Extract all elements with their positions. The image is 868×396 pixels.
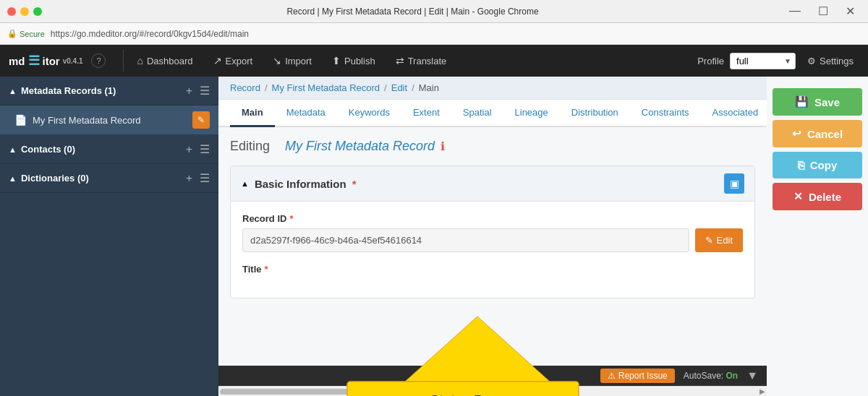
contacts-section[interactable]: ▲ Contacts (0) + ☰	[0, 135, 218, 164]
dictionaries-chevron-icon: ▲	[9, 174, 17, 183]
translate-icon: ⇄	[396, 55, 404, 66]
brand-logo: ☰	[28, 53, 40, 69]
warning-icon: ℹ	[441, 139, 445, 153]
sidebar-item-label: My First Metadata Record	[33, 115, 192, 126]
delete-icon: ✕	[793, 190, 803, 203]
copy-button[interactable]: ⎘ Copy	[773, 152, 862, 178]
minimize-button[interactable]	[20, 7, 29, 16]
tab-lineage[interactable]: Lineage	[503, 100, 560, 127]
page-heading-record: My First Metadata Record	[285, 139, 435, 154]
export-icon: ↗	[213, 55, 222, 66]
cancel-button[interactable]: ↩ Cancel	[773, 120, 862, 147]
close-window-btn[interactable]: ✕	[840, 3, 861, 20]
browser-controls	[7, 7, 42, 16]
nav-publish-label: Publish	[344, 56, 375, 66]
contacts-chevron-icon: ▲	[9, 145, 17, 154]
metadata-section-title: Metadata Records (1)	[21, 85, 186, 96]
minimize-window-btn[interactable]: —	[783, 3, 807, 20]
publish-icon: ⬆	[332, 55, 341, 66]
info-button[interactable]: ▣	[724, 173, 744, 194]
tab-keywords[interactable]: Keywords	[337, 100, 401, 127]
delete-button[interactable]: ✕ Delete	[773, 183, 862, 210]
tab-main[interactable]: Main	[230, 100, 275, 127]
basic-info-title: Basic Information	[255, 178, 346, 190]
nav-publish[interactable]: ⬆ Publish	[322, 45, 386, 77]
add-contact-button[interactable]: +	[186, 142, 192, 156]
brand-md: md	[9, 55, 25, 67]
edit-btn-label: Edit	[717, 235, 733, 246]
tab-bar: Main Metadata Keywords Extent Spatial Li…	[218, 100, 767, 127]
list-dictionaries-button[interactable]: ☰	[200, 171, 210, 185]
report-label: Report Issue	[618, 371, 668, 381]
list-metadata-button[interactable]: ☰	[200, 84, 210, 98]
report-issue-button[interactable]: ⚠ Report Issue	[600, 369, 675, 383]
tab-associated[interactable]: Associated	[701, 100, 767, 127]
cancel-icon: ↩	[792, 127, 801, 140]
restore-window-btn[interactable]: ☐	[812, 3, 834, 20]
tab-distribution[interactable]: Distribution	[560, 100, 630, 127]
url-text[interactable]: https://go.mdeditor.org/#/record/0kgv15d…	[51, 29, 249, 39]
form-area: Editing My First Metadata Record ℹ ▲ Bas…	[218, 127, 767, 366]
secure-badge: 🔒 Secure	[7, 29, 45, 38]
basic-info-section: ▲ Basic Information * ▣ Record ID*	[230, 165, 755, 298]
tab-constraints[interactable]: Constraints	[630, 100, 701, 127]
contacts-section-title: Contacts (0)	[21, 144, 186, 155]
dictionaries-section[interactable]: ▲ Dictionaries (0) + ☰	[0, 164, 218, 193]
copy-icon: ⎘	[798, 159, 804, 171]
save-button[interactable]: 💾 Save	[773, 88, 862, 116]
breadcrumb-record[interactable]: Record	[230, 82, 260, 93]
close-button[interactable]	[7, 7, 16, 16]
dictionaries-section-actions: + ☰	[186, 171, 210, 185]
breadcrumb-edit[interactable]: Edit	[391, 82, 407, 93]
profile-section: Profile full basic advanced ⚙ Settings	[697, 53, 859, 69]
sidebar: ▲ Metadata Records (1) + ☰ 📄 My First Me…	[0, 77, 218, 396]
page-heading-prefix: Editing	[230, 139, 270, 154]
page-heading: Editing My First Metadata Record ℹ	[230, 139, 755, 154]
metadata-section-actions: + ☰	[186, 84, 210, 98]
nav-divider	[123, 50, 124, 72]
add-metadata-button[interactable]: +	[186, 84, 192, 98]
right-panel: Record / My First Metadata Record / Edit…	[218, 77, 868, 396]
delete-label: Delete	[809, 191, 841, 203]
profile-select-wrapper: full basic advanced	[730, 53, 796, 69]
dashboard-icon: ⌂	[137, 55, 142, 66]
nav-translate-label: Translate	[408, 56, 447, 66]
title-label: Title*	[242, 264, 743, 275]
settings-button[interactable]: ⚙ Settings	[801, 56, 859, 66]
status-bar: ⚠ Report Issue AutoSave: On ▼	[218, 366, 767, 386]
section-header: ▲ Basic Information * ▣	[231, 166, 754, 202]
address-bar: 🔒 Secure https://go.mdeditor.org/#/recor…	[0, 23, 868, 45]
breadcrumb-record-name[interactable]: My First Metadata Record	[272, 82, 380, 93]
profile-label: Profile	[697, 56, 724, 66]
maximize-button[interactable]	[33, 7, 42, 16]
brand: md ☰ itor v0.4.1	[9, 53, 82, 69]
nav-export-label: Export	[226, 56, 253, 66]
field-required-star: *	[289, 213, 293, 224]
dictionaries-section-title: Dictionaries (0)	[21, 173, 186, 184]
record-file-icon: 📄	[14, 114, 27, 126]
edit-record-id-button[interactable]: ✎ Edit	[695, 228, 743, 252]
list-contacts-button[interactable]: ☰	[200, 142, 210, 156]
nav-export[interactable]: ↗ Export	[203, 45, 263, 77]
nav-import[interactable]: ↘ Import	[263, 45, 322, 77]
metadata-records-section[interactable]: ▲ Metadata Records (1) + ☰	[0, 77, 218, 106]
tab-spatial[interactable]: Spatial	[451, 100, 503, 127]
brand-itor: itor	[43, 55, 60, 67]
help-button[interactable]: ?	[91, 53, 106, 68]
scroll-down-arrow[interactable]: ▼	[746, 369, 758, 382]
tab-extent[interactable]: Extent	[401, 100, 451, 127]
title-label-text: Title	[242, 264, 262, 275]
tab-metadata[interactable]: Metadata	[275, 100, 337, 127]
main-area: ▲ Metadata Records (1) + ☰ 📄 My First Me…	[0, 77, 868, 396]
sidebar-item-my-first-metadata-record[interactable]: 📄 My First Metadata Record ✎	[0, 106, 218, 135]
add-dictionary-button[interactable]: +	[186, 171, 192, 185]
breadcrumb-sep-2: /	[384, 82, 387, 93]
edit-record-button[interactable]: ✎	[192, 111, 210, 129]
section-chevron-icon: ▲	[241, 179, 249, 188]
bottom-scroll[interactable]: ◀ ▶	[218, 386, 767, 396]
breadcrumb-sep-1: /	[265, 82, 268, 93]
profile-select[interactable]: full basic advanced	[730, 53, 796, 69]
scroll-right-arrow[interactable]: ▶	[760, 387, 765, 395]
nav-translate[interactable]: ⇄ Translate	[386, 45, 457, 77]
nav-dashboard[interactable]: ⌂ Dashboard	[127, 45, 203, 77]
